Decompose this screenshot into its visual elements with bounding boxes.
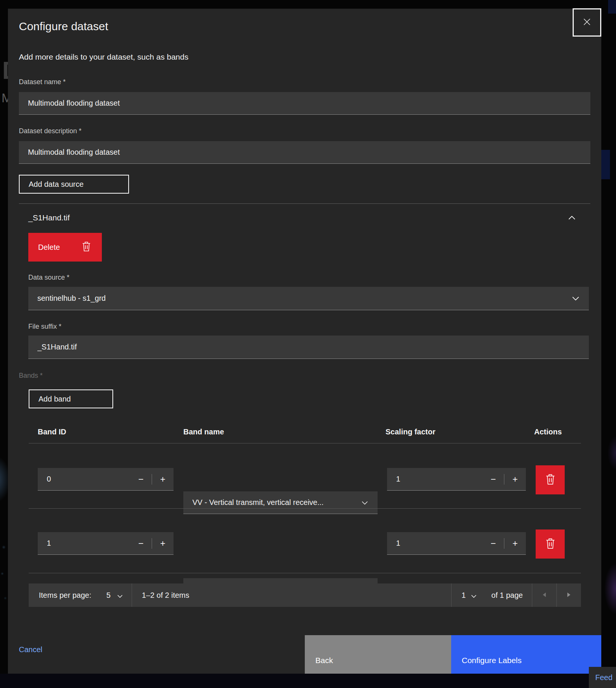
close-icon — [581, 16, 593, 29]
underlying-page-bottom — [0, 674, 616, 688]
table-row-divider — [29, 573, 581, 573]
close-button[interactable] — [573, 8, 601, 37]
pagination-divider — [451, 583, 452, 607]
bands-label: Bands * — [19, 372, 43, 380]
feedback-button-label: Feed — [595, 673, 613, 682]
trash-icon — [82, 242, 91, 253]
scaling-factor-input[interactable] — [387, 468, 482, 490]
items-per-page-select[interactable]: 5 — [106, 591, 111, 600]
column-header-band-id: Band ID — [38, 428, 66, 436]
underlying-image-fragment-top-right — [608, 0, 616, 14]
add-data-source-button[interactable]: Add data source — [19, 175, 129, 194]
file-suffix-label: File suffix * — [28, 323, 61, 331]
chevron-down-icon[interactable] — [117, 591, 123, 600]
scaling-factor-input[interactable] — [387, 532, 482, 554]
increment-button[interactable]: + — [152, 532, 174, 554]
dataset-name-label: Dataset name * — [19, 78, 66, 86]
decrement-button[interactable]: − — [130, 468, 152, 490]
trash-icon — [546, 538, 555, 550]
underlying-space-image-fragment — [0, 449, 8, 611]
dataset-description-label: Dataset description * — [19, 127, 81, 135]
page-number-select[interactable]: 1 — [461, 591, 465, 600]
column-header-band-name: Band name — [183, 428, 224, 436]
pagination-range-text: 1–2 of 2 items — [142, 591, 189, 600]
modal-subtitle: Add more details to your dataset, such a… — [19, 52, 188, 62]
band-id-input[interactable] — [38, 532, 130, 554]
page-count-text: of 1 page — [492, 591, 523, 600]
dataset-name-input[interactable] — [19, 92, 590, 115]
configure-dataset-modal: Configure dataset Add more details to yo… — [8, 9, 601, 674]
column-header-scaling-factor: Scaling factor — [386, 428, 435, 436]
dataset-description-input[interactable] — [19, 141, 590, 164]
accordion-title: _S1Hand.tif — [28, 213, 70, 222]
data-source-accordion-header[interactable]: _S1Hand.tif — [19, 208, 590, 229]
page-background: D M Configure dataset Add more details t… — [0, 0, 616, 688]
delete-button-label: Delete — [38, 243, 60, 252]
chevron-down-icon — [362, 499, 368, 506]
decrement-button[interactable]: − — [130, 532, 152, 554]
pagination-divider — [132, 583, 132, 607]
file-suffix-input[interactable] — [28, 336, 589, 359]
underlying-space-image-fragment-2 — [601, 408, 616, 657]
increment-button[interactable]: + — [504, 468, 526, 490]
caret-right-icon — [567, 592, 571, 599]
next-page-button[interactable] — [557, 583, 581, 607]
underlying-image-fragment-right — [601, 150, 610, 179]
chevron-down-icon — [572, 295, 579, 302]
chevron-up-icon[interactable] — [568, 214, 575, 221]
add-band-button[interactable]: Add band — [29, 389, 113, 408]
data-source-select[interactable]: sentinelhub - s1_grd — [28, 287, 589, 310]
delete-band-button[interactable] — [536, 529, 565, 559]
scaling-factor-stepper: − + — [387, 468, 526, 491]
decrement-button[interactable]: − — [482, 532, 504, 554]
data-source-label: Data source * — [28, 274, 69, 282]
items-per-page-label: Items per page: — [39, 591, 91, 600]
chevron-down-icon[interactable] — [471, 591, 476, 600]
table-header-divider — [29, 443, 581, 443]
caret-left-icon — [542, 592, 546, 599]
cancel-link[interactable]: Cancel — [19, 645, 42, 654]
feedback-button[interactable]: Feed — [589, 667, 616, 688]
previous-page-button[interactable] — [532, 583, 556, 607]
column-header-actions: Actions — [534, 428, 562, 436]
delete-band-button[interactable] — [536, 465, 565, 494]
band-id-input[interactable] — [38, 468, 130, 490]
data-source-select-value: sentinelhub - s1_grd — [37, 294, 106, 303]
delete-data-source-button[interactable]: Delete — [28, 233, 102, 262]
table-row-divider — [29, 508, 581, 509]
trash-icon — [546, 474, 555, 486]
band-name-select-value: VV - Vertical transmit, vertical receive… — [192, 498, 324, 507]
configure-labels-button[interactable]: Configure Labels — [451, 635, 601, 674]
table-pagination: Items per page: 5 1–2 of 2 items 1 of 1 … — [29, 583, 581, 607]
increment-button[interactable]: + — [152, 468, 174, 490]
band-name-select[interactable]: VV - Vertical transmit, vertical receive… — [183, 491, 378, 514]
modal-title: Configure dataset — [19, 20, 108, 33]
band-id-stepper: − + — [38, 532, 174, 555]
increment-button[interactable]: + — [504, 532, 526, 554]
band-id-stepper: − + — [38, 468, 174, 491]
section-divider — [19, 203, 590, 204]
scaling-factor-stepper: − + — [387, 532, 526, 555]
decrement-button[interactable]: − — [482, 468, 504, 490]
table-row: − + VV - Vertical transmit, vertical rec… — [8, 32, 601, 55]
back-button[interactable]: Back — [305, 635, 451, 674]
